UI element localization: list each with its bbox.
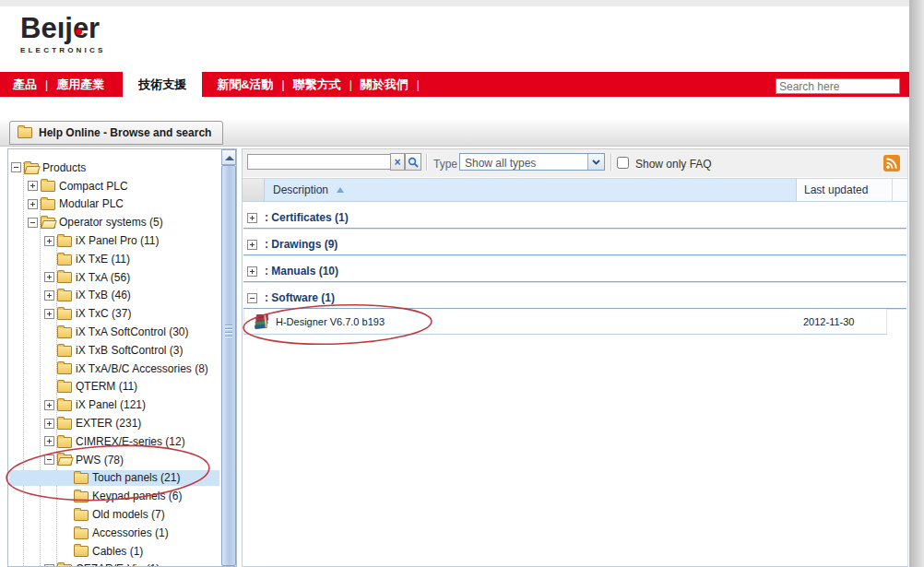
tab-help-online[interactable]: Help Online - Browse and search <box>9 121 223 145</box>
tree-item[interactable]: iX TxA (56) <box>9 268 219 287</box>
nav-item[interactable]: 應用產業 <box>56 77 104 93</box>
tree-item[interactable]: iX TxC (37) <box>9 304 219 323</box>
tree-expander-icon[interactable] <box>44 272 54 282</box>
magnifier-icon <box>408 157 419 168</box>
product-tree: Products Compact PLC Modular PLC Operato… <box>9 159 219 567</box>
rss-icon[interactable] <box>883 155 900 171</box>
group-expander-icon[interactable] <box>247 213 257 223</box>
tree-expander-icon[interactable] <box>28 218 38 228</box>
tree-expander-icon[interactable] <box>11 162 21 172</box>
nav-separator: | <box>45 78 48 91</box>
folder-icon <box>57 342 72 359</box>
tree-item[interactable]: iX TxA/B/C Accessories (8) <box>9 360 219 378</box>
tree-expander-icon[interactable] <box>44 290 54 301</box>
scrollbar-thumb[interactable] <box>221 165 236 566</box>
results-panel: × Type Show all types Show only FAQ <box>242 148 908 567</box>
group-expander-icon[interactable] <box>247 240 257 250</box>
x-icon: × <box>394 156 400 169</box>
search-button[interactable] <box>405 153 421 171</box>
result-item-row[interactable]: H-Designer V6.7.0 b193 2012-11-30 <box>243 309 887 335</box>
tree-expander-icon[interactable] <box>44 436 54 446</box>
folder-icon <box>74 488 89 504</box>
result-group-row[interactable]: : Software (1) <box>243 288 906 309</box>
type-dropdown-value: Show all types <box>465 157 536 170</box>
tree-item[interactable]: PWS (78) <box>9 451 219 469</box>
nav-item[interactable]: 關於我們 <box>361 77 409 93</box>
tree-item[interactable]: CIMREX/E-series (12) <box>9 432 219 451</box>
site-search-input[interactable] <box>776 78 900 94</box>
tab-folder-icon <box>18 127 32 138</box>
toolbar-divider <box>426 154 427 171</box>
tree-expander-icon[interactable] <box>44 419 54 429</box>
scrollbar-grip <box>225 336 232 337</box>
type-dropdown[interactable]: Show all types <box>459 153 605 171</box>
tree-item[interactable]: Old models (7) <box>9 505 219 524</box>
tree-item[interactable]: iX Panel Pro (11) <box>9 231 219 250</box>
results-table-header: Description Last updated <box>243 178 907 202</box>
tree-item[interactable]: EXTER (231) <box>9 414 219 432</box>
tree-item[interactable]: Operator systems (5) <box>9 213 219 231</box>
tree-item[interactable]: Cables (1) <box>9 542 219 561</box>
tree-expander-icon[interactable] <box>44 455 54 465</box>
folder-icon <box>57 232 72 249</box>
show-only-faq-checkbox[interactable] <box>617 157 629 169</box>
group-expander-icon[interactable] <box>247 293 257 303</box>
nav-separator: | <box>282 78 285 91</box>
tree-item[interactable]: Modular PLC <box>9 195 219 214</box>
tree-item[interactable]: iX TxE (11) <box>9 250 219 268</box>
tree-item[interactable]: Products <box>9 159 219 177</box>
tree-expander-icon[interactable] <box>28 181 38 191</box>
tree-item[interactable]: Compact PLC <box>9 177 219 195</box>
results-toolbar: × Type Show all types Show only FAQ <box>243 149 907 177</box>
tab-label: Help Online - Browse and search <box>39 126 211 139</box>
main-nav: 產品|應用產業技術支援新聞&活動|聯繫方式|關於我們| <box>0 72 909 97</box>
tree-item[interactable]: iX Panel (121) <box>9 396 219 414</box>
scrollbar-up-button[interactable] <box>221 149 236 165</box>
logo-wordmark: Beıjer <box>20 13 205 44</box>
header-spacer-cell <box>243 179 265 201</box>
nav-item[interactable]: 聯繫方式 <box>293 77 341 93</box>
folder-icon <box>57 561 72 567</box>
product-tree-panel: Products Compact PLC Modular PLC Operato… <box>7 148 237 567</box>
folder-icon <box>74 525 89 541</box>
result-group-row[interactable]: : Drawings (9) <box>243 234 906 255</box>
tree-expander-icon[interactable] <box>44 400 54 410</box>
tree-expander-icon[interactable] <box>44 236 54 246</box>
tree-item[interactable]: iX TxA SoftControl (30) <box>9 323 219 341</box>
tree-item[interactable]: iX TxB SoftControl (3) <box>9 341 219 360</box>
result-group-row[interactable]: : Certificates (1) <box>243 207 906 229</box>
nav-separator: | <box>349 78 352 91</box>
window-top-strip <box>0 0 924 6</box>
folder-icon <box>41 195 55 212</box>
tree-item[interactable]: Keypad panels (6) <box>9 487 219 505</box>
tree-expander-icon[interactable] <box>28 199 38 209</box>
column-header-last-updated[interactable]: Last updated <box>797 179 893 201</box>
result-group-row[interactable]: : Manuals (10) <box>243 261 906 282</box>
tree-scrollbar[interactable] <box>221 149 236 566</box>
nav-separator: | <box>417 78 420 91</box>
folder-icon <box>41 214 55 230</box>
tree-item[interactable]: iX TxB (46) <box>9 287 219 305</box>
folder-icon <box>57 452 72 468</box>
nav-item[interactable]: 新聞&活動 <box>217 77 273 93</box>
folder-icon <box>57 433 72 450</box>
group-expander-icon[interactable] <box>247 266 257 277</box>
folder-icon <box>57 269 72 286</box>
folder-icon <box>24 159 39 176</box>
folder-icon <box>57 378 72 395</box>
logo-red-dot-icon <box>76 29 82 35</box>
nav-item[interactable]: 技術支援 <box>123 72 202 97</box>
faq-search-input[interactable] <box>247 154 393 170</box>
clear-search-button[interactable]: × <box>390 153 405 171</box>
tree-item[interactable]: QTERM (11) <box>9 378 219 396</box>
scrollbar-grip <box>225 325 232 325</box>
folder-icon <box>57 305 72 322</box>
dropdown-arrow-button[interactable] <box>587 154 604 170</box>
tree-item[interactable]: Touch panels (21) <box>9 469 219 488</box>
type-label: Type <box>433 158 457 171</box>
nav-item[interactable]: 產品 <box>13 77 37 93</box>
tree-item[interactable]: CEZAR/E-Vie (1) <box>9 561 219 567</box>
column-header-description[interactable]: Description <box>265 179 797 201</box>
tree-item[interactable]: Accessories (1) <box>9 524 219 542</box>
tree-expander-icon[interactable] <box>44 309 54 319</box>
